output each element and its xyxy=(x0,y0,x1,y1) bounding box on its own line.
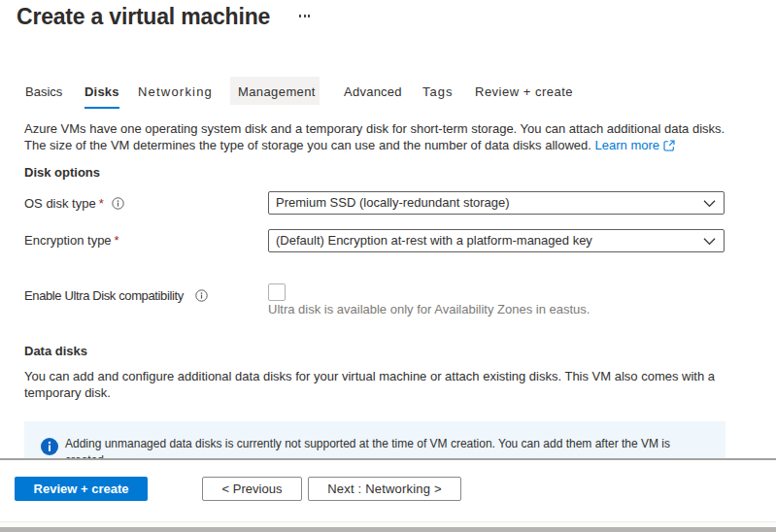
os-disk-type-label: OS disk type* xyxy=(24,196,124,213)
info-circle-icon[interactable] xyxy=(112,197,124,213)
required-asterisk: * xyxy=(99,196,104,211)
os-disk-type-select[interactable]: Premium SSD (locally-redundant storage) xyxy=(268,191,725,215)
encryption-type-select[interactable]: (Default) Encryption at-rest with a plat… xyxy=(268,229,725,252)
intro-line1: Azure VMs have one operating system disk… xyxy=(24,121,725,136)
ellipsis-horizontal-icon[interactable] xyxy=(299,15,310,17)
chevron-down-icon xyxy=(703,200,716,208)
tab-basics[interactable]: Basics xyxy=(25,85,62,98)
tab-disks[interactable]: Disks xyxy=(84,85,119,98)
disk-options-heading: Disk options xyxy=(24,165,100,180)
footer-bar: Review + create < Previous Next : Networ… xyxy=(0,460,776,521)
intro-text: Azure VMs have one operating system disk… xyxy=(24,120,725,153)
bottom-gray-strip xyxy=(0,527,776,532)
next-networking-button[interactable]: Next : Networking > xyxy=(308,477,461,501)
ultra-disk-helper-text: Ultra disk is available only for Availab… xyxy=(268,302,590,316)
ultra-disk-label: Enable Ultra Disk compatibility xyxy=(24,288,208,305)
info-circle-icon[interactable] xyxy=(195,289,208,305)
intro-line2: The size of the VM determines the type o… xyxy=(24,138,591,152)
encryption-type-label: Encryption type* xyxy=(24,233,119,248)
required-asterisk: * xyxy=(115,233,119,248)
info-filled-icon xyxy=(41,438,58,459)
tab-advanced[interactable]: Advanced xyxy=(344,85,402,98)
data-disks-heading: Data disks xyxy=(24,344,87,358)
ultra-disk-checkbox[interactable] xyxy=(268,283,286,301)
data-disks-text: You can add and configure additional dat… xyxy=(24,368,715,401)
tab-review-create[interactable]: Review + create xyxy=(475,85,573,98)
tab-tags[interactable]: Tags xyxy=(422,85,453,98)
page-title: Create a virtual machine xyxy=(17,5,270,29)
learn-more-link[interactable]: Learn more xyxy=(595,138,659,152)
previous-button[interactable]: < Previous xyxy=(202,477,302,501)
external-link-icon xyxy=(663,140,675,151)
tab-networking[interactable]: Networking xyxy=(138,85,213,98)
review-create-button[interactable]: Review + create xyxy=(15,477,148,501)
tab-management[interactable]: Management xyxy=(238,85,316,98)
chevron-down-icon xyxy=(703,238,716,246)
